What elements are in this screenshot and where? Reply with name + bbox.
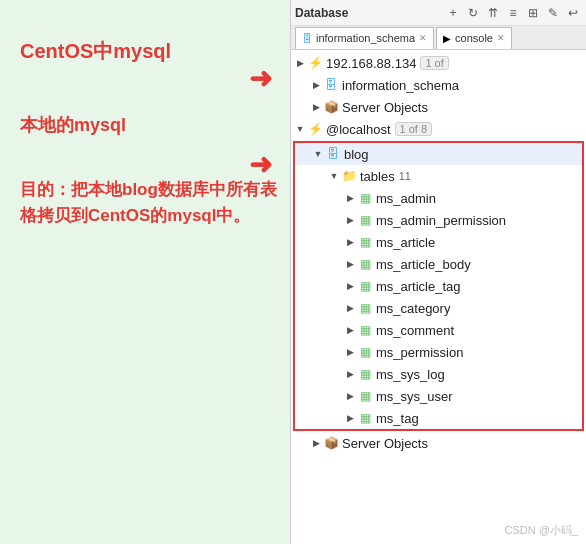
tab-console-label: console <box>455 32 493 44</box>
localhost-expand[interactable]: ▼ <box>293 122 307 136</box>
server-obj-1-label: Server Objects <box>342 100 428 115</box>
server-obj-1-icon: 📦 <box>323 99 339 115</box>
ms-admin-icon: ▦ <box>357 190 373 206</box>
localhost-label: @localhost <box>326 122 391 137</box>
ms-article-expand[interactable]: ▶ <box>343 235 357 249</box>
ms-admin-label: ms_admin <box>376 191 436 206</box>
ms-tag-expand[interactable]: ▶ <box>343 411 357 425</box>
ms-article-body-expand[interactable]: ▶ <box>343 257 357 271</box>
tab-console-close[interactable]: ✕ <box>497 33 505 43</box>
grid-icon[interactable]: ⊞ <box>524 4 542 22</box>
ms-article-tag-expand[interactable]: ▶ <box>343 279 357 293</box>
ms-sys-user-label: ms_sys_user <box>376 389 453 404</box>
tab-info-label: information_schema <box>316 32 415 44</box>
ms-category-item[interactable]: ▶ ▦ ms_category <box>295 297 582 319</box>
ms-admin-perm-expand[interactable]: ▶ <box>343 213 357 227</box>
blog-expand[interactable]: ▼ <box>311 147 325 161</box>
ms-comment-icon: ▦ <box>357 322 373 338</box>
server-obj-2-icon: 📦 <box>323 435 339 451</box>
ms-admin-expand[interactable]: ▶ <box>343 191 357 205</box>
info-schema-expand[interactable]: ▶ <box>309 78 323 92</box>
server-obj-1-expand[interactable]: ▶ <box>309 100 323 114</box>
info-schema-label: information_schema <box>342 78 459 93</box>
ms-tag-label: ms_tag <box>376 411 419 426</box>
ms-tag-item[interactable]: ▶ ▦ ms_tag <box>295 407 582 429</box>
ms-article-body-icon: ▦ <box>357 256 373 272</box>
ms-sys-user-icon: ▦ <box>357 388 373 404</box>
ms-article-tag-icon: ▦ <box>357 278 373 294</box>
tables-icon: 📁 <box>341 168 357 184</box>
ms-sys-user-item[interactable]: ▶ ▦ ms_sys_user <box>295 385 582 407</box>
undo-icon[interactable]: ↩ <box>564 4 582 22</box>
arrow-icon-2: ➜ <box>249 148 272 181</box>
tab-information-schema[interactable]: 🗄 information_schema ✕ <box>295 27 434 49</box>
ms-sys-user-expand[interactable]: ▶ <box>343 389 357 403</box>
tables-expand[interactable]: ▼ <box>327 169 341 183</box>
goal-annotation: 目的：把本地blog数据库中所有表格拷贝到CentOS的mysql中。 <box>20 177 280 228</box>
localhost-icon: ⚡ <box>307 121 323 137</box>
conn-remote-expand[interactable]: ▶ <box>293 56 307 70</box>
ms-admin-permission-item[interactable]: ▶ ▦ ms_admin_permission <box>295 209 582 231</box>
watermark: CSDN @小码_ <box>504 523 578 538</box>
ms-sys-log-item[interactable]: ▶ ▦ ms_sys_log <box>295 363 582 385</box>
info-schema-item[interactable]: ▶ 🗄 information_schema <box>291 74 586 96</box>
db-tab-icon: 🗄 <box>302 33 312 44</box>
ms-permission-expand[interactable]: ▶ <box>343 345 357 359</box>
tables-label: tables <box>360 169 395 184</box>
database-tree[interactable]: ▶ ⚡ 192.168.88.134 1 of ▶ 🗄 information_… <box>291 50 586 544</box>
server-obj-1-item[interactable]: ▶ 📦 Server Objects <box>291 96 586 118</box>
up-icon[interactable]: ⇈ <box>484 4 502 22</box>
blog-icon: 🗄 <box>325 146 341 162</box>
ms-admin-item[interactable]: ▶ ▦ ms_admin <box>295 187 582 209</box>
ms-admin-perm-icon: ▦ <box>357 212 373 228</box>
ms-article-body-label: ms_article_body <box>376 257 471 272</box>
info-schema-icon: 🗄 <box>323 77 339 93</box>
selected-group: ▼ 🗄 blog ▼ 📁 tables 11 ▶ ▦ ms_admin <box>293 141 584 431</box>
console-tab-icon: ▶ <box>443 33 451 44</box>
add-icon[interactable]: + <box>444 4 462 22</box>
ms-permission-item[interactable]: ▶ ▦ ms_permission <box>295 341 582 363</box>
panel-title: Database <box>295 6 348 20</box>
conn-remote-item[interactable]: ▶ ⚡ 192.168.88.134 1 of <box>291 52 586 74</box>
left-panel: CentOS中mysql 本地的mysql 目的：把本地blog数据库中所有表格… <box>0 0 290 544</box>
conn-remote-badge: 1 of <box>420 56 448 70</box>
server-obj-2-expand[interactable]: ▶ <box>309 436 323 450</box>
ms-article-body-item[interactable]: ▶ ▦ ms_article_body <box>295 253 582 275</box>
toolbar: Database + ↻ ⇈ ≡ ⊞ ✎ ↩ <box>291 0 586 26</box>
ms-permission-icon: ▦ <box>357 344 373 360</box>
local-annotation: 本地的mysql <box>20 114 280 137</box>
ms-category-label: ms_category <box>376 301 450 316</box>
ms-category-expand[interactable]: ▶ <box>343 301 357 315</box>
conn-remote-label: 192.168.88.134 <box>326 56 416 71</box>
server-obj-2-item[interactable]: ▶ 📦 Server Objects <box>291 432 586 454</box>
centos-annotation: CentOS中mysql <box>20 38 280 64</box>
localhost-item[interactable]: ▼ ⚡ @localhost 1 of 8 <box>291 118 586 140</box>
ms-article-icon: ▦ <box>357 234 373 250</box>
tab-info-close[interactable]: ✕ <box>419 33 427 43</box>
tables-count: 11 <box>399 170 411 182</box>
refresh-icon[interactable]: ↻ <box>464 4 482 22</box>
localhost-badge: 1 of 8 <box>395 122 433 136</box>
conn-remote-icon: ⚡ <box>307 55 323 71</box>
server-obj-2-label: Server Objects <box>342 436 428 451</box>
arrow-icon-1: ➜ <box>249 62 272 95</box>
blog-label: blog <box>344 147 369 162</box>
ms-comment-item[interactable]: ▶ ▦ ms_comment <box>295 319 582 341</box>
ms-admin-perm-label: ms_admin_permission <box>376 213 506 228</box>
ms-sys-log-expand[interactable]: ▶ <box>343 367 357 381</box>
ms-sys-log-icon: ▦ <box>357 366 373 382</box>
ms-article-item[interactable]: ▶ ▦ ms_article <box>295 231 582 253</box>
ms-sys-log-label: ms_sys_log <box>376 367 445 382</box>
tab-bar: 🗄 information_schema ✕ ▶ console ✕ <box>291 26 586 50</box>
tab-console[interactable]: ▶ console ✕ <box>436 27 512 49</box>
ms-permission-label: ms_permission <box>376 345 463 360</box>
blog-item[interactable]: ▼ 🗄 blog <box>295 143 582 165</box>
ms-comment-expand[interactable]: ▶ <box>343 323 357 337</box>
ms-article-tag-item[interactable]: ▶ ▦ ms_article_tag <box>295 275 582 297</box>
ms-tag-icon: ▦ <box>357 410 373 426</box>
ms-comment-label: ms_comment <box>376 323 454 338</box>
tables-item[interactable]: ▼ 📁 tables 11 <box>295 165 582 187</box>
edit-icon[interactable]: ✎ <box>544 4 562 22</box>
ms-category-icon: ▦ <box>357 300 373 316</box>
filter-icon[interactable]: ≡ <box>504 4 522 22</box>
